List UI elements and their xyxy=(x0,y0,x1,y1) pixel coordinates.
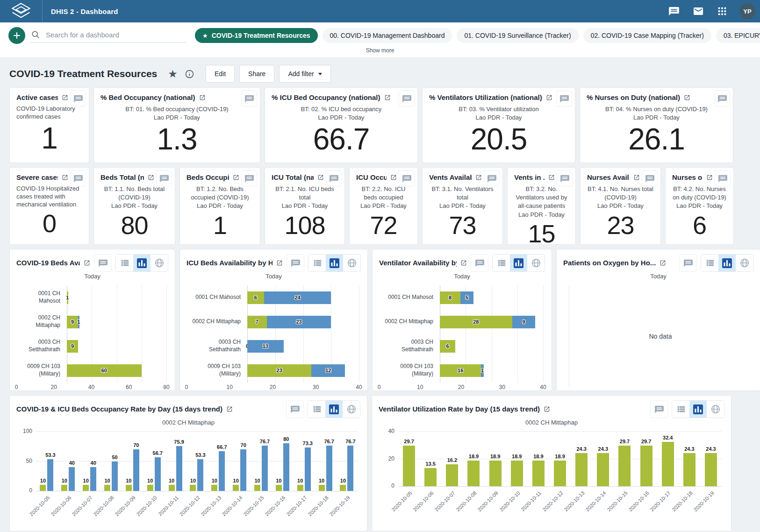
comment-button[interactable] xyxy=(70,91,86,106)
dashboard-chip[interactable]: 00. COVID-19 Management Dashboard xyxy=(323,28,452,43)
open-in-new-icon[interactable] xyxy=(475,174,482,181)
bar[interactable] xyxy=(575,453,588,486)
bar[interactable] xyxy=(240,449,246,491)
bar[interactable] xyxy=(90,467,96,491)
bar[interactable] xyxy=(424,468,437,486)
bar[interactable] xyxy=(126,485,132,491)
bar[interactable] xyxy=(662,442,674,486)
open-in-new-icon[interactable] xyxy=(233,174,239,181)
bar[interactable] xyxy=(554,461,566,486)
bar-segment[interactable]: 12 xyxy=(311,364,345,377)
bar[interactable] xyxy=(211,485,217,491)
bar[interactable] xyxy=(326,446,332,491)
comment-button[interactable] xyxy=(679,254,697,272)
comment-button[interactable] xyxy=(399,170,415,186)
dhis2-logo-icon[interactable] xyxy=(0,0,42,22)
open-in-new-icon[interactable] xyxy=(460,260,467,266)
bar[interactable] xyxy=(190,485,196,491)
comment-button[interactable] xyxy=(156,170,172,186)
bar-segment[interactable]: 6 xyxy=(247,291,264,304)
bar[interactable] xyxy=(319,485,325,491)
bar-segment[interactable]: 9 xyxy=(512,316,536,328)
favorite-star-icon[interactable]: ★ xyxy=(168,69,178,79)
bar[interactable] xyxy=(640,446,652,486)
table-view-button[interactable] xyxy=(493,255,510,271)
bar-segment[interactable]: 1 xyxy=(67,291,68,304)
bar-segment[interactable]: 13 xyxy=(247,340,284,353)
open-in-new-icon[interactable] xyxy=(317,174,324,181)
dashboard-chip[interactable]: ★COVID-19 Treatment Resources xyxy=(195,28,318,43)
open-in-new-icon[interactable] xyxy=(84,260,90,266)
open-in-new-icon[interactable] xyxy=(706,174,713,181)
comment-button[interactable] xyxy=(326,170,342,186)
bar[interactable] xyxy=(61,485,67,491)
open-in-new-icon[interactable] xyxy=(546,94,552,101)
comment-button[interactable] xyxy=(642,170,658,186)
bar[interactable] xyxy=(446,464,458,486)
search-input[interactable] xyxy=(45,30,186,39)
open-in-new-icon[interactable] xyxy=(62,174,68,181)
user-avatar[interactable]: YP xyxy=(739,3,755,19)
bar[interactable] xyxy=(489,461,502,486)
table-view-button[interactable] xyxy=(116,255,133,271)
bar[interactable] xyxy=(233,485,239,491)
bar[interactable] xyxy=(169,485,175,491)
map-view-button[interactable] xyxy=(707,401,724,418)
open-in-new-icon[interactable] xyxy=(276,260,283,266)
bar[interactable] xyxy=(104,485,110,491)
table-view-button[interactable] xyxy=(308,401,325,418)
edit-button[interactable]: Edit xyxy=(206,65,235,83)
comment-button[interactable] xyxy=(286,400,304,418)
share-button[interactable]: Share xyxy=(239,65,274,83)
bar[interactable] xyxy=(467,461,480,486)
bar-segment[interactable]: 1 xyxy=(481,364,484,377)
bar[interactable] xyxy=(147,485,153,491)
bar[interactable] xyxy=(40,485,46,491)
dashboard-chip[interactable]: 02. COVID-19 Case Mapping (Tracker) xyxy=(583,28,711,43)
new-dashboard-button[interactable] xyxy=(8,27,25,44)
comment-button[interactable] xyxy=(471,254,488,272)
comment-button[interactable] xyxy=(94,254,112,272)
bar[interactable] xyxy=(254,485,260,491)
bar[interactable] xyxy=(618,446,631,486)
comment-button[interactable] xyxy=(714,91,730,106)
dashboard-chip[interactable]: 03. EPICURVE by Province xyxy=(716,28,760,43)
comment-button[interactable] xyxy=(287,254,304,272)
bar-segment[interactable]: 7 xyxy=(247,316,267,328)
table-view-button[interactable] xyxy=(672,401,689,418)
open-in-new-icon[interactable] xyxy=(62,94,68,101)
bar[interactable] xyxy=(597,453,609,486)
bar[interactable] xyxy=(262,446,268,491)
comment-button[interactable] xyxy=(556,91,572,106)
bar-segment[interactable]: 5 xyxy=(460,291,473,304)
map-view-button[interactable] xyxy=(527,255,545,271)
open-in-new-icon[interactable] xyxy=(148,174,154,181)
bar[interactable] xyxy=(197,459,203,491)
bar[interactable] xyxy=(683,453,695,486)
open-in-new-icon[interactable] xyxy=(544,406,550,412)
comment-button[interactable] xyxy=(399,91,415,106)
bar[interactable] xyxy=(83,485,89,491)
bar[interactable] xyxy=(133,449,139,491)
bar-segment[interactable]: 1 xyxy=(78,316,79,328)
table-view-button[interactable] xyxy=(701,255,718,271)
bar[interactable] xyxy=(112,461,118,491)
bar[interactable] xyxy=(511,461,523,486)
open-in-new-icon[interactable] xyxy=(684,94,690,101)
open-in-new-icon[interactable] xyxy=(660,260,666,266)
bar[interactable] xyxy=(176,446,182,491)
comment-button[interactable] xyxy=(715,170,731,186)
comment-button[interactable] xyxy=(241,170,257,186)
open-in-new-icon[interactable] xyxy=(384,94,391,101)
bar[interactable] xyxy=(705,453,717,486)
open-in-new-icon[interactable] xyxy=(633,174,640,181)
bar[interactable] xyxy=(219,451,225,491)
messages-icon[interactable] xyxy=(693,6,704,17)
bar-segment[interactable]: 23 xyxy=(267,316,331,328)
add-filter-button[interactable]: Add filter xyxy=(279,65,330,83)
chart-view-button[interactable] xyxy=(510,255,527,271)
bar-segment[interactable]: 9 xyxy=(67,340,78,353)
bar-segment[interactable]: 8 xyxy=(440,291,460,304)
bar[interactable] xyxy=(347,446,353,491)
chart-view-button[interactable] xyxy=(326,255,343,271)
